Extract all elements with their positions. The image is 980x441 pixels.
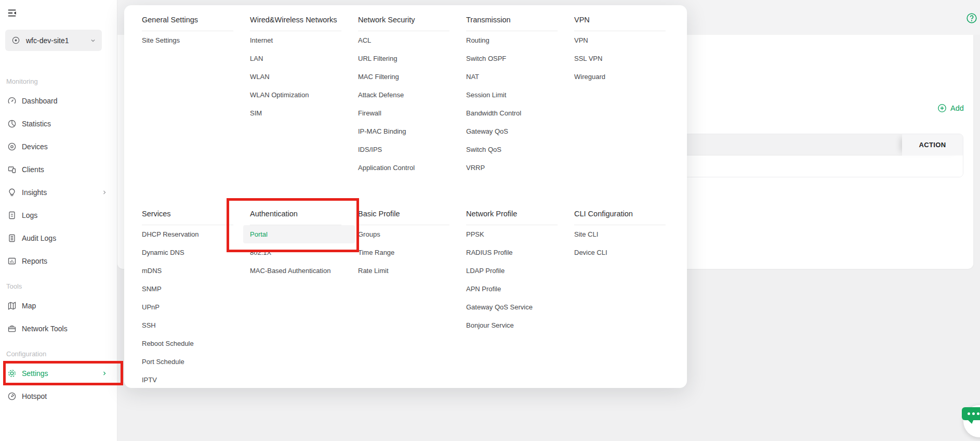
menu-item-ssl-vpn[interactable]: SSL VPN [574, 49, 666, 68]
menu-item-vpn[interactable]: VPN [574, 31, 666, 49]
menu-item-bandwidth-control[interactable]: Bandwidth Control [466, 104, 558, 122]
menu-group-title: Authentication [250, 210, 341, 225]
logs-icon [7, 211, 17, 220]
menu-item-dhcp-reservation[interactable]: DHCP Reservation [142, 225, 233, 243]
menu-item-802-1x[interactable]: 802.1X [250, 243, 341, 262]
section-label-configuration: Configuration [0, 346, 117, 362]
menu-item-apn-profile[interactable]: APN Profile [466, 280, 558, 298]
sidebar-item-label: Insights [22, 188, 47, 197]
menu-item-vrrp[interactable]: VRRP [466, 159, 558, 177]
menu-group-vpn: VPNVPNSSL VPNWireguard [574, 16, 666, 86]
menu-item-switch-qos[interactable]: Switch QoS [466, 140, 558, 159]
sidebar-item-label: Devices [22, 142, 48, 151]
sidebar-item-label: Network Tools [22, 325, 68, 333]
menu-item-snmp[interactable]: SNMP [142, 280, 233, 298]
menu-group-basic-profile: Basic ProfileGroupsTime RangeRate Limit [358, 210, 449, 280]
menu-item-device-cli[interactable]: Device CLI [574, 243, 666, 262]
menu-group-title: VPN [574, 16, 666, 31]
menu-group-transmission: TransmissionRoutingSwitch OSPFNATSession… [466, 16, 558, 177]
menu-item-portal[interactable]: Portal [243, 225, 355, 243]
sidebar: wfc-dev-site1 MonitoringDashboardStatist… [0, 0, 117, 441]
menu-item-internet[interactable]: Internet [250, 31, 341, 49]
menu-item-ldap-profile[interactable]: LDAP Profile [466, 262, 558, 280]
menu-item-routing[interactable]: Routing [466, 31, 558, 49]
menu-group-general-settings: General SettingsSite Settings [142, 16, 233, 49]
statistics-icon [7, 119, 17, 128]
sidebar-item-hotspot[interactable]: Hotspot [0, 385, 117, 408]
site-name: wfc-dev-site1 [26, 36, 89, 45]
menu-item-groups[interactable]: Groups [358, 225, 449, 243]
menu-group-cli-configuration: CLI ConfigurationSite CLIDevice CLI [574, 210, 666, 262]
menu-item-bonjour-service[interactable]: Bonjour Service [466, 316, 558, 334]
help-icon[interactable] [966, 12, 977, 24]
sidebar-item-settings[interactable]: Settings [0, 362, 117, 385]
chevron-down-icon [89, 37, 97, 44]
menu-item-port-schedule[interactable]: Port Schedule [142, 353, 233, 371]
menu-item-site-settings[interactable]: Site Settings [142, 31, 233, 49]
menu-item-site-cli[interactable]: Site CLI [574, 225, 666, 243]
site-selector[interactable]: wfc-dev-site1 [5, 30, 102, 51]
menu-item-sim[interactable]: SIM [250, 104, 341, 122]
menu-item-iptv[interactable]: IPTV [142, 371, 233, 389]
collapse-sidebar-icon[interactable] [7, 8, 17, 18]
menu-group-wired-wireless-networks: Wired&Wireless NetworksInternetLANWLANWL… [250, 16, 341, 122]
menu-item-upnp[interactable]: UPnP [142, 298, 233, 316]
sidebar-item-logs[interactable]: Logs [0, 204, 117, 227]
menu-group-title: Network Profile [466, 210, 558, 225]
sidebar-item-map[interactable]: Map [0, 294, 117, 317]
menu-item-gateway-qos-service[interactable]: Gateway QoS Service [466, 298, 558, 316]
menu-group-authentication: AuthenticationPortal802.1XMAC-Based Auth… [250, 210, 341, 280]
chat-dots-icon[interactable] [962, 407, 980, 420]
sidebar-item-devices[interactable]: Devices [0, 135, 117, 158]
sidebar-item-label: Settings [22, 369, 48, 378]
menu-group-services: ServicesDHCP ReservationDynamic DNSmDNSS… [142, 210, 233, 389]
add-button-label: Add [950, 104, 964, 112]
sidebar-item-network-tools[interactable]: Network Tools [0, 317, 117, 340]
menu-item-mdns[interactable]: mDNS [142, 262, 233, 280]
menu-group-network-security: Network SecurityACLURL FilteringMAC Filt… [358, 16, 449, 177]
sidebar-item-label: Dashboard [22, 97, 58, 105]
settings-mega-menu: General SettingsSite SettingsWired&Wirel… [124, 5, 687, 388]
menu-item-firewall[interactable]: Firewall [358, 104, 449, 122]
menu-item-nat[interactable]: NAT [466, 68, 558, 86]
menu-item-attack-defense[interactable]: Attack Defense [358, 86, 449, 104]
menu-item-ids-ips[interactable]: IDS/IPS [358, 140, 449, 159]
hotspot-icon [7, 392, 17, 401]
sidebar-item-label: Hotspot [22, 392, 47, 400]
sidebar-item-dashboard[interactable]: Dashboard [0, 89, 117, 112]
menu-item-wlan-optimization[interactable]: WLAN Optimization [250, 86, 341, 104]
menu-item-reboot-schedule[interactable]: Reboot Schedule [142, 334, 233, 353]
menu-item-lan[interactable]: LAN [250, 49, 341, 68]
clients-icon [7, 165, 17, 174]
settings-icon [7, 369, 17, 378]
menu-group-title: Transmission [466, 16, 558, 31]
menu-item-dynamic-dns[interactable]: Dynamic DNS [142, 243, 233, 262]
menu-item-ssh[interactable]: SSH [142, 316, 233, 334]
sidebar-item-statistics[interactable]: Statistics [0, 112, 117, 135]
menu-item-radius-profile[interactable]: RADIUS Profile [466, 243, 558, 262]
sidebar-item-reports[interactable]: Reports [0, 250, 117, 273]
menu-item-mac-filtering[interactable]: MAC Filtering [358, 68, 449, 86]
menu-item-switch-ospf[interactable]: Switch OSPF [466, 49, 558, 68]
add-button[interactable]: Add [937, 103, 964, 113]
menu-item-wlan[interactable]: WLAN [250, 68, 341, 86]
plus-circle-icon [937, 103, 947, 113]
menu-group-title: Basic Profile [358, 210, 449, 225]
menu-item-wireguard[interactable]: Wireguard [574, 68, 666, 86]
sidebar-item-audit-logs[interactable]: Audit Logs [0, 227, 117, 250]
menu-group-title: Services [142, 210, 233, 225]
menu-item-url-filtering[interactable]: URL Filtering [358, 49, 449, 68]
menu-item-time-range[interactable]: Time Range [358, 243, 449, 262]
menu-item-session-limit[interactable]: Session Limit [466, 86, 558, 104]
menu-item-ip-mac-binding[interactable]: IP-MAC Binding [358, 122, 449, 140]
devices-icon [7, 142, 17, 151]
menu-item-rate-limit[interactable]: Rate Limit [358, 262, 449, 280]
menu-item-ppsk[interactable]: PPSK [466, 225, 558, 243]
menu-item-gateway-qos[interactable]: Gateway QoS [466, 122, 558, 140]
map-icon [7, 301, 17, 310]
menu-item-acl[interactable]: ACL [358, 31, 449, 49]
menu-item-mac-based-authentication[interactable]: MAC-Based Authentication [250, 262, 341, 280]
menu-item-application-control[interactable]: Application Control [358, 159, 449, 177]
sidebar-item-insights[interactable]: Insights [0, 181, 117, 204]
sidebar-item-clients[interactable]: Clients [0, 158, 117, 181]
